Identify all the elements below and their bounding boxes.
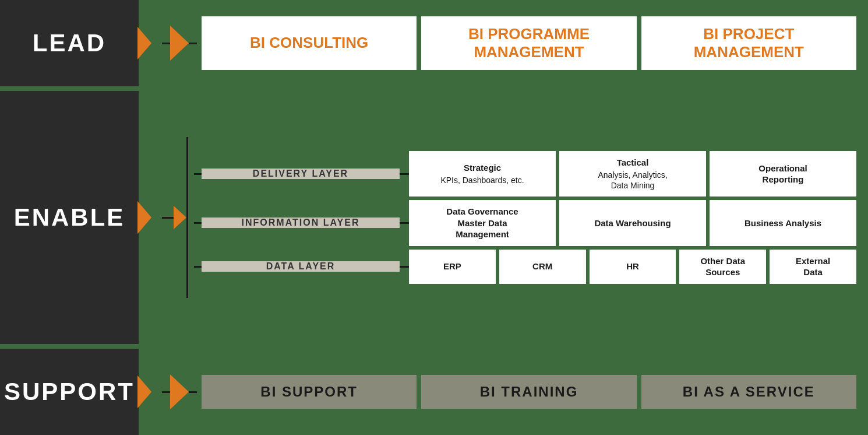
enable-content: DELIVERY LAYER Strategic KPIs, Dashboard… (139, 91, 868, 344)
strategic-title: Strategic (440, 162, 524, 174)
delivery-label: DELIVERY LAYER (253, 169, 348, 179)
data-connector (194, 266, 202, 268)
lead-horiz-line2 (189, 43, 197, 44)
other-title: Other DataSources (700, 255, 745, 278)
tactical-title: Tactical (598, 157, 667, 169)
external-title: ExternalData (796, 255, 830, 278)
support-cards: BI SUPPORT BI TRAINING BI AS A SERVICE (202, 375, 856, 409)
lead-arrow-wrapper (162, 26, 197, 61)
lead-horiz-line (162, 43, 170, 44)
lead-card-bi-programme: BI PROGRAMMEMANAGEMENT (421, 16, 636, 70)
warehousing-title: Data Warehousing (594, 218, 671, 229)
support-orange-arrow-icon (170, 374, 189, 409)
support-horiz-line2 (189, 391, 197, 393)
bi-service-title: BI AS A SERVICE (683, 384, 815, 400)
strategic-subtitle: KPIs, Dashboards, etc. (440, 175, 524, 185)
data-items: ERP CRM HR Other DataSources ExternalDat (409, 250, 856, 284)
support-card-bi-service: BI AS A SERVICE (641, 375, 856, 409)
info-item-governance: Data GovernanceMaster DataManagement (409, 200, 556, 246)
data-item-external: ExternalData (770, 250, 856, 284)
support-arrow-icon (137, 376, 151, 408)
governance-title: Data GovernanceMaster DataManagement (446, 206, 518, 240)
support-arrow-wrapper (162, 374, 197, 409)
enable-arrow-branch (162, 96, 194, 339)
lead-card-bi-consulting: BI CONSULTING (202, 16, 417, 70)
operational-title: OperationalReporting (758, 163, 807, 185)
lead-card-consulting-title: BI CONSULTING (250, 34, 368, 52)
enable-line1 (162, 217, 174, 219)
enable-arrow-icon (137, 201, 151, 234)
support-card-bi-training: BI TRAINING (421, 375, 636, 409)
enable-vert-branch (186, 137, 188, 297)
information-label-box: INFORMATION LAYER (202, 218, 400, 228)
lead-content: BI CONSULTING BI PROGRAMMEMANAGEMENT BI … (139, 0, 868, 86)
information-label: INFORMATION LAYER (242, 218, 360, 228)
data-connector2 (400, 266, 409, 268)
bi-training-title: BI TRAINING (480, 384, 578, 400)
tactical-subtitle: Analysis, Analytics,Data Mining (598, 170, 667, 191)
enable-orange-arrow-icon (174, 206, 186, 229)
data-item-hr: HR (590, 250, 676, 284)
lead-arrow-icon (137, 27, 151, 59)
lead-orange-arrow-icon (170, 26, 189, 61)
hr-title: HR (626, 261, 639, 272)
delivery-item-operational: OperationalReporting (710, 151, 856, 197)
crm-title: CRM (532, 261, 552, 272)
support-card-bi-support: BI SUPPORT (202, 375, 417, 409)
data-layer-row: DATA LAYER ERP CRM HR (194, 250, 856, 284)
business-analysis-title: Business Analysis (744, 218, 821, 229)
erp-title: ERP (443, 261, 461, 272)
data-label-box: DATA LAYER (202, 261, 400, 272)
enable-label: ENABLE (14, 204, 125, 231)
support-label: SUPPORT (4, 378, 135, 406)
diagram: LEAD BI CONSULTING BI PROGRAMMEMANAGEMEN… (0, 0, 868, 435)
delivery-label-box: DELIVERY LAYER (202, 169, 400, 179)
delivery-item-strategic: Strategic KPIs, Dashboards, etc. (409, 151, 556, 197)
support-horiz-line (162, 391, 170, 393)
lead-card-project-title: BI PROJECTMANAGEMENT (694, 25, 804, 61)
support-content: BI SUPPORT BI TRAINING BI AS A SERVICE (139, 349, 868, 435)
lead-label-block: LEAD (0, 0, 139, 86)
delivery-connector2 (400, 173, 409, 175)
lead-card-programme-title: BI PROGRAMMEMANAGEMENT (468, 25, 590, 61)
delivery-layer-row: DELIVERY LAYER Strategic KPIs, Dashboard… (194, 151, 856, 197)
delivery-connector (194, 173, 202, 175)
delivery-items: Strategic KPIs, Dashboards, etc. Tactica… (409, 151, 856, 197)
delivery-item-tactical: Tactical Analysis, Analytics,Data Mining (559, 151, 706, 197)
data-label: DATA LAYER (266, 261, 336, 272)
data-item-crm: CRM (499, 250, 586, 284)
enable-label-block: ENABLE (0, 91, 139, 344)
data-item-other: Other DataSources (679, 250, 766, 284)
lead-card-bi-project: BI PROJECTMANAGEMENT (641, 16, 856, 70)
enable-row: ENABLE DELIVERY LAYER (0, 91, 868, 344)
enable-layers: DELIVERY LAYER Strategic KPIs, Dashboard… (194, 151, 856, 283)
info-connector2 (400, 222, 409, 224)
info-item-warehousing: Data Warehousing (559, 200, 706, 246)
info-connector (194, 222, 202, 224)
support-row: SUPPORT BI SUPPORT BI TRAINING BI AS A S… (0, 349, 868, 435)
sep2 (0, 344, 868, 349)
sep1 (0, 86, 868, 91)
information-layer-row: INFORMATION LAYER Data GovernanceMaster … (194, 200, 856, 246)
information-items: Data GovernanceMaster DataManagement Dat… (409, 200, 856, 246)
lead-cards: BI CONSULTING BI PROGRAMMEMANAGEMENT BI … (202, 16, 856, 70)
lead-label: LEAD (33, 29, 106, 57)
info-item-business-analysis: Business Analysis (710, 200, 856, 246)
support-label-block: SUPPORT (0, 349, 139, 435)
lead-row: LEAD BI CONSULTING BI PROGRAMMEMANAGEMEN… (0, 0, 868, 86)
bi-support-title: BI SUPPORT (260, 384, 358, 400)
data-item-erp: ERP (409, 250, 496, 284)
